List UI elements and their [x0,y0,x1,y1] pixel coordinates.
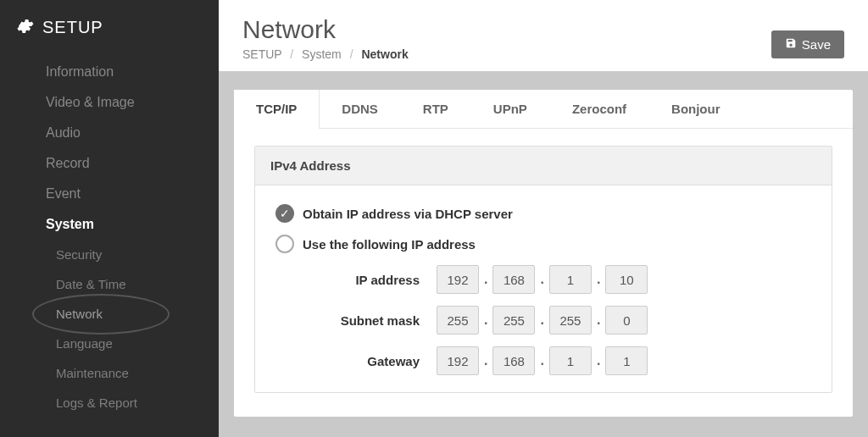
tab-label: DDNS [342,102,378,116]
gateway-octet-1[interactable] [437,346,479,375]
tab-label: UPnP [493,102,527,116]
sidebar-item-information[interactable]: Information [0,57,219,87]
sidebar-item-label: System [46,217,94,231]
header: Network SETUP / System / Network Save [219,0,868,71]
label-subnet-mask: Subnet mask [275,313,437,328]
gateway-octet-3[interactable] [549,346,592,375]
breadcrumb-sep: / [350,47,353,61]
save-icon [785,37,797,52]
sidebar-item-video-image[interactable]: Video & Image [0,87,219,118]
sidebar-item-label: Language [56,336,113,351]
sidebar-item-security[interactable]: Security [0,240,219,269]
sidebar-item-language[interactable]: Language [0,329,219,358]
sidebar-item-label: Video & Image [46,95,135,109]
sidebar-item-audio[interactable]: Audio [0,118,219,148]
subnet-octet-3[interactable] [549,306,592,335]
tab-ddns[interactable]: DDNS [320,90,401,128]
tab-zeroconf[interactable]: Zeroconf [550,90,649,128]
sidebar-item-network[interactable]: Network [0,299,219,329]
breadcrumb-sep: / [290,47,293,61]
save-button-label: Save [802,37,831,52]
gateway-group: . . . [437,346,648,375]
gears-icon [15,17,34,38]
content: TCP/IP DDNS RTP UPnP Zeroconf Bonjour IP… [219,71,868,435]
radio-dhcp-label: Obtain IP address via DHCP server [303,207,513,221]
sidebar-item-label: Security [56,247,102,262]
radio-static[interactable]: Use the following IP address [275,235,811,253]
tab-label: RTP [423,102,448,116]
tab-upnp[interactable]: UPnP [471,90,550,128]
ip-octet-3[interactable] [549,265,592,294]
tabs: TCP/IP DDNS RTP UPnP Zeroconf Bonjour [234,90,853,129]
ipv4-section-body: Obtain IP address via DHCP server Use th… [255,185,832,392]
dot-icon: . [482,272,489,287]
tab-rtp[interactable]: RTP [401,90,471,128]
gateway-octet-4[interactable] [605,346,648,375]
tab-panel: IPv4 Address Obtain IP address via DHCP … [234,129,853,417]
tab-label: Zeroconf [572,102,626,116]
sidebar-item-label: Date & Time [56,277,126,291]
ipv4-section: IPv4 Address Obtain IP address via DHCP … [254,146,832,393]
save-button[interactable]: Save [771,30,844,58]
header-left: Network SETUP / System / Network [242,15,409,61]
radio-static-label: Use the following IP address [303,237,476,252]
dot-icon: . [482,313,489,328]
main: Network SETUP / System / Network Save TC… [219,0,868,437]
sidebar-brand: SETUP [0,8,219,57]
breadcrumb-item[interactable]: System [302,47,342,61]
subnet-octet-1[interactable] [437,306,479,335]
sidebar-item-system[interactable]: System [0,209,219,240]
label-ip-address: IP address [275,273,437,287]
sidebar-item-event[interactable]: Event [0,179,219,209]
ip-octet-2[interactable] [492,265,535,294]
sidebar-item-label: Record [46,156,90,170]
tab-card: TCP/IP DDNS RTP UPnP Zeroconf Bonjour IP… [234,90,853,417]
sidebar-item-label: Event [46,186,81,201]
page-title: Network [242,15,409,44]
dot-icon: . [595,313,602,328]
subnet-octet-4[interactable] [605,306,648,335]
sidebar-item-label: Maintenance [56,366,129,380]
tab-tcpip[interactable]: TCP/IP [234,90,320,128]
subnet-mask-group: . . . [437,306,648,335]
ip-octet-4[interactable] [605,265,648,294]
dot-icon: . [595,272,602,287]
sidebar-item-date-time[interactable]: Date & Time [0,269,219,299]
radio-static-indicator [275,235,294,253]
row-subnet-mask: Subnet mask . . . [275,306,811,335]
radio-dhcp[interactable]: Obtain IP address via DHCP server [275,204,811,223]
dot-icon: . [538,313,545,328]
sidebar-item-maintenance[interactable]: Maintenance [0,358,219,388]
gateway-octet-2[interactable] [492,346,535,375]
sidebar-item-label: Information [46,64,114,79]
ipv4-section-title: IPv4 Address [255,147,832,185]
label-gateway: Gateway [275,354,437,368]
ip-address-group: . . . [437,265,648,294]
row-gateway: Gateway . . . [275,346,811,375]
sidebar-item-label: Logs & Report [56,396,137,410]
sidebar: SETUP Information Video & Image Audio Re… [0,0,219,437]
tab-bonjour[interactable]: Bonjour [649,90,743,128]
sidebar-item-label: Audio [46,125,81,140]
dot-icon: . [482,353,489,368]
breadcrumb-item-current: Network [361,47,408,61]
sidebar-item-logs-report[interactable]: Logs & Report [0,388,219,418]
tab-label: Bonjour [671,102,721,116]
sidebar-title: SETUP [42,18,103,37]
breadcrumb-item[interactable]: SETUP [242,47,281,61]
sidebar-item-label: Network [56,307,103,321]
radio-dhcp-indicator [275,204,294,223]
dot-icon: . [538,353,545,368]
breadcrumb: SETUP / System / Network [242,47,409,61]
tab-label: TCP/IP [256,102,297,116]
row-ip-address: IP address . . . [275,265,811,294]
subnet-octet-2[interactable] [492,306,535,335]
ip-octet-1[interactable] [437,265,479,294]
sidebar-item-record[interactable]: Record [0,148,219,179]
dot-icon: . [538,272,545,287]
dot-icon: . [595,353,602,368]
